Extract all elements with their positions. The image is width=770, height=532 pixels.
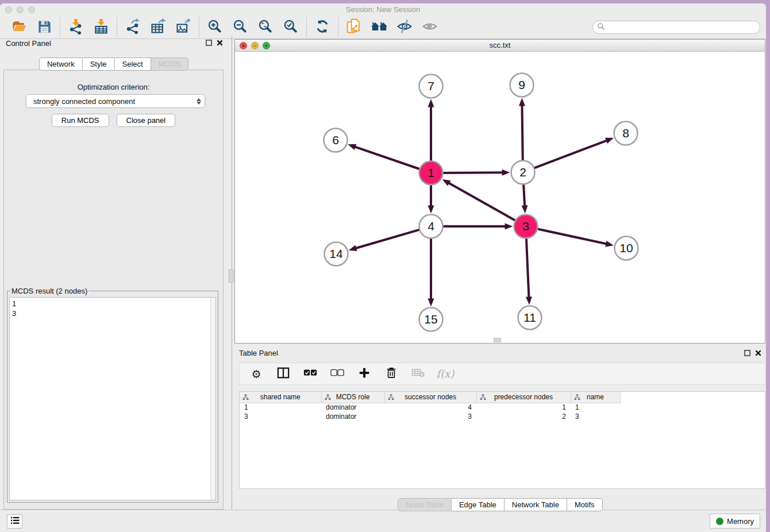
tab-node-table[interactable]: Node Table bbox=[398, 498, 452, 511]
duplicate-network-button[interactable] bbox=[344, 18, 364, 37]
first-neighbors-button[interactable] bbox=[369, 18, 390, 37]
graph-edge-4-14[interactable] bbox=[349, 229, 421, 251]
graph-node-8[interactable]: 8 bbox=[614, 122, 638, 145]
graph-node-14[interactable]: 14 bbox=[325, 242, 348, 266]
table-cell[interactable]: dominator bbox=[321, 403, 384, 412]
optimization-criterion-select[interactable]: strongly connected component bbox=[26, 94, 205, 108]
graph-edge-1-7[interactable] bbox=[428, 99, 434, 163]
graph-node-15[interactable]: 15 bbox=[419, 308, 443, 331]
splitter-grip[interactable] bbox=[229, 269, 234, 283]
close-view-button[interactable]: ✕ bbox=[240, 42, 247, 49]
float-table-panel-icon[interactable] bbox=[744, 349, 750, 358]
graph-node-1[interactable]: 1 bbox=[419, 161, 443, 185]
search-input[interactable] bbox=[605, 22, 760, 33]
graph-node-9[interactable]: 9 bbox=[510, 74, 534, 97]
tab-motifs[interactable]: Motifs bbox=[567, 498, 603, 511]
graph-edge-3-10[interactable] bbox=[536, 229, 614, 247]
close-window-button[interactable] bbox=[5, 6, 12, 13]
table-options-button[interactable]: ⚙ bbox=[249, 366, 264, 382]
graph-node-4[interactable]: 4 bbox=[419, 215, 443, 238]
result-scrollbar[interactable] bbox=[210, 298, 215, 500]
export-network-button[interactable] bbox=[122, 18, 143, 37]
delete-columns-button[interactable] bbox=[384, 366, 399, 382]
table-cell[interactable]: 1 bbox=[476, 403, 571, 412]
select-all-columns-button[interactable] bbox=[303, 366, 318, 382]
graph-edge-4-3[interactable] bbox=[442, 223, 513, 230]
graph-node-6[interactable]: 6 bbox=[324, 129, 348, 152]
equation-builder-button[interactable]: f(x) bbox=[438, 366, 453, 382]
graph-edge-2-9[interactable] bbox=[519, 98, 525, 161]
column-header-name[interactable]: name bbox=[571, 392, 620, 403]
graph-edge-3-1[interactable] bbox=[442, 179, 517, 221]
save-session-button[interactable] bbox=[34, 18, 55, 37]
create-column-button[interactable] bbox=[357, 366, 372, 382]
tab-network-table[interactable]: Network Table bbox=[505, 498, 567, 511]
network-canvas[interactable]: 7968124314101511 bbox=[235, 52, 765, 342]
close-panel-button[interactable]: Close panel bbox=[117, 114, 176, 127]
delete-table-button[interactable] bbox=[411, 366, 426, 382]
table-row[interactable]: 1dominator411 bbox=[240, 403, 620, 412]
tab-edge-table[interactable]: Edge Table bbox=[452, 498, 505, 511]
tab-network[interactable]: Network bbox=[39, 57, 83, 71]
table-row[interactable]: 3dominator323 bbox=[240, 412, 620, 421]
graph-edge-1-2[interactable] bbox=[441, 169, 510, 176]
network-window-titlebar[interactable]: ✕ − + scc.txt bbox=[235, 40, 765, 52]
graph-edge-1-4[interactable] bbox=[428, 184, 434, 214]
view-resize-grip[interactable] bbox=[494, 338, 501, 342]
minimize-view-button[interactable]: − bbox=[251, 42, 259, 49]
show-columns-button[interactable] bbox=[276, 366, 291, 382]
table-cell[interactable]: 2 bbox=[476, 412, 571, 421]
column-header-predecessor-nodes[interactable]: predecessor nodes bbox=[476, 392, 571, 403]
table-cell[interactable]: 1 bbox=[571, 403, 620, 412]
eye-icon bbox=[422, 18, 438, 36]
graph-node-10[interactable]: 10 bbox=[615, 237, 638, 260]
memory-button[interactable]: Memory bbox=[710, 514, 760, 529]
mcds-result-text[interactable]: 1 3 bbox=[9, 297, 216, 500]
table-cell[interactable]: 3 bbox=[240, 412, 321, 421]
zoom-in-button[interactable] bbox=[205, 18, 225, 37]
table-cell[interactable]: 4 bbox=[384, 403, 476, 412]
table-cell[interactable]: dominator bbox=[321, 412, 384, 421]
maximize-view-button[interactable]: + bbox=[263, 42, 270, 49]
show-graphics-details-button[interactable] bbox=[419, 18, 440, 37]
import-network-button[interactable] bbox=[66, 18, 86, 37]
graph-edge-3-11[interactable] bbox=[526, 237, 532, 304]
zoom-window-button[interactable] bbox=[28, 6, 35, 13]
hide-graphics-details-button[interactable] bbox=[394, 18, 415, 37]
unselect-all-columns-button[interactable] bbox=[330, 366, 345, 382]
float-panel-icon[interactable] bbox=[206, 39, 212, 48]
column-header-shared-name[interactable]: shared name bbox=[240, 392, 321, 403]
apply-layout-button[interactable] bbox=[312, 18, 333, 37]
panel-splitter[interactable] bbox=[228, 36, 234, 510]
tab-style[interactable]: Style bbox=[83, 57, 115, 71]
zoom-fit-button[interactable] bbox=[255, 18, 276, 37]
zoom-selected-button[interactable] bbox=[280, 18, 301, 37]
zoom-out-button[interactable] bbox=[230, 18, 251, 37]
graph-node-3[interactable]: 3 bbox=[514, 215, 538, 238]
table-cell[interactable]: 1 bbox=[240, 403, 321, 412]
graph-node-7[interactable]: 7 bbox=[419, 75, 443, 98]
minimize-window-button[interactable] bbox=[17, 6, 24, 13]
column-header-MCDS-role[interactable]: MCDS role bbox=[321, 392, 384, 403]
node-table-header[interactable]: shared nameMCDS rolesuccessor nodesprede… bbox=[240, 392, 620, 403]
search-field[interactable] bbox=[592, 21, 760, 34]
table-cell[interactable]: 3 bbox=[384, 412, 476, 421]
graph-node-11[interactable]: 11 bbox=[518, 306, 542, 330]
import-table-button[interactable] bbox=[91, 18, 111, 37]
task-history-button[interactable] bbox=[7, 514, 22, 529]
table-cell[interactable]: 3 bbox=[571, 412, 620, 421]
graph-edge-2-3[interactable] bbox=[522, 183, 528, 213]
export-image-button[interactable] bbox=[173, 18, 194, 37]
open-session-button[interactable] bbox=[9, 18, 29, 37]
close-panel-icon[interactable] bbox=[217, 39, 223, 48]
graph-edge-4-15[interactable] bbox=[428, 237, 434, 307]
column-header-successor-nodes[interactable]: successor nodes bbox=[384, 392, 476, 403]
run-mcds-button[interactable]: Run MCDS bbox=[52, 114, 109, 127]
tab-mcds[interactable]: MCDS bbox=[151, 57, 188, 71]
export-table-button[interactable] bbox=[148, 18, 168, 37]
graph-edge-2-8[interactable] bbox=[533, 138, 614, 169]
tab-select[interactable]: Select bbox=[115, 57, 151, 71]
graph-node-2[interactable]: 2 bbox=[511, 161, 535, 184]
close-table-panel-icon[interactable] bbox=[755, 349, 761, 358]
graph-edge-1-6[interactable] bbox=[348, 144, 421, 169]
